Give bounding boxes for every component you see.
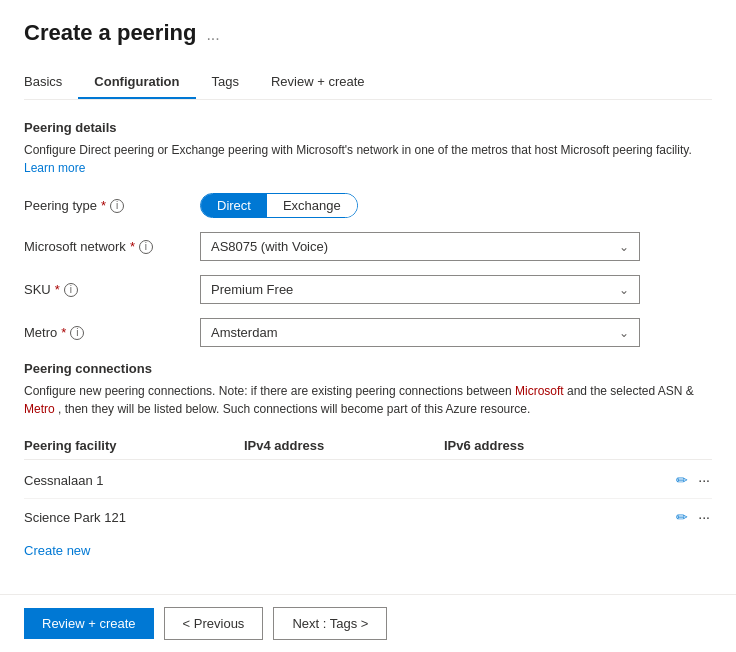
metro-value: Amsterdam xyxy=(211,325,277,340)
highlight-metro: Metro xyxy=(24,402,55,416)
sku-info-icon[interactable]: i xyxy=(64,283,78,297)
col-header-ipv6: IPv6 address xyxy=(444,438,652,453)
peering-type-toggle: Direct Exchange xyxy=(200,193,358,218)
page-options-icon[interactable]: ... xyxy=(206,26,219,44)
table-row: Cessnalaan 1 ✏ ··· xyxy=(24,462,712,499)
peering-type-row: Peering type * i Direct Exchange xyxy=(24,193,712,218)
toggle-exchange[interactable]: Exchange xyxy=(267,194,357,217)
more-sciencepark-button[interactable]: ··· xyxy=(696,507,712,527)
sku-dropdown[interactable]: Premium Free ⌄ xyxy=(200,275,640,304)
metro-dropdown[interactable]: Amsterdam ⌄ xyxy=(200,318,640,347)
metro-required: * xyxy=(61,325,66,340)
microsoft-network-value: AS8075 (with Voice) xyxy=(211,239,328,254)
footer: Review + create < Previous Next : Tags > xyxy=(0,594,736,652)
row-actions-cessnalaan: ✏ ··· xyxy=(652,470,712,490)
peering-type-required: * xyxy=(101,198,106,213)
tab-review-create[interactable]: Review + create xyxy=(255,66,381,99)
sku-chevron-icon: ⌄ xyxy=(619,283,629,297)
sku-required: * xyxy=(55,282,60,297)
col-header-ipv4: IPv4 address xyxy=(244,438,444,453)
highlight-microsoft: Microsoft xyxy=(515,384,564,398)
tab-basics[interactable]: Basics xyxy=(24,66,78,99)
col-header-actions xyxy=(652,438,712,453)
tab-bar: Basics Configuration Tags Review + creat… xyxy=(24,66,712,100)
peering-type-info-icon[interactable]: i xyxy=(110,199,124,213)
metro-info-icon[interactable]: i xyxy=(70,326,84,340)
sku-value: Premium Free xyxy=(211,282,293,297)
col-header-facility: Peering facility xyxy=(24,438,244,453)
metro-row: Metro * i Amsterdam ⌄ xyxy=(24,318,712,347)
next-button[interactable]: Next : Tags > xyxy=(273,607,387,640)
metro-chevron-icon: ⌄ xyxy=(619,326,629,340)
toggle-direct[interactable]: Direct xyxy=(201,194,267,217)
connections-table-header: Peering facility IPv4 address IPv6 addre… xyxy=(24,432,712,460)
tab-configuration[interactable]: Configuration xyxy=(78,66,195,99)
peering-details-title: Peering details xyxy=(24,120,712,135)
edit-sciencepark-button[interactable]: ✏ xyxy=(674,507,690,527)
create-new-link[interactable]: Create new xyxy=(24,543,90,558)
more-cessnalaan-button[interactable]: ··· xyxy=(696,470,712,490)
peering-connections-desc: Configure new peering connections. Note:… xyxy=(24,382,712,418)
table-row: Science Park 121 ✏ ··· xyxy=(24,499,712,535)
peering-connections-title: Peering connections xyxy=(24,361,712,376)
microsoft-network-dropdown[interactable]: AS8075 (with Voice) ⌄ xyxy=(200,232,640,261)
metro-label: Metro * i xyxy=(24,325,184,340)
peering-connections-section: Peering connections Configure new peerin… xyxy=(24,361,712,558)
microsoft-network-row: Microsoft network * i AS8075 (with Voice… xyxy=(24,232,712,261)
tab-tags[interactable]: Tags xyxy=(196,66,255,99)
microsoft-network-chevron-icon: ⌄ xyxy=(619,240,629,254)
learn-more-link[interactable]: Learn more xyxy=(24,161,85,175)
review-create-button[interactable]: Review + create xyxy=(24,608,154,639)
peering-details-section: Peering details Configure Direct peering… xyxy=(24,120,712,347)
microsoft-network-info-icon[interactable]: i xyxy=(139,240,153,254)
facility-cessnalaan: Cessnalaan 1 xyxy=(24,473,244,488)
peering-details-desc: Configure Direct peering or Exchange pee… xyxy=(24,141,712,177)
microsoft-network-required: * xyxy=(130,239,135,254)
page-title: Create a peering xyxy=(24,20,196,46)
row-actions-sciencepark: ✏ ··· xyxy=(652,507,712,527)
sku-row: SKU * i Premium Free ⌄ xyxy=(24,275,712,304)
facility-sciencepark: Science Park 121 xyxy=(24,510,244,525)
microsoft-network-label: Microsoft network * i xyxy=(24,239,184,254)
peering-type-label: Peering type * i xyxy=(24,198,184,213)
sku-label: SKU * i xyxy=(24,282,184,297)
previous-button[interactable]: < Previous xyxy=(164,607,264,640)
edit-cessnalaan-button[interactable]: ✏ xyxy=(674,470,690,490)
